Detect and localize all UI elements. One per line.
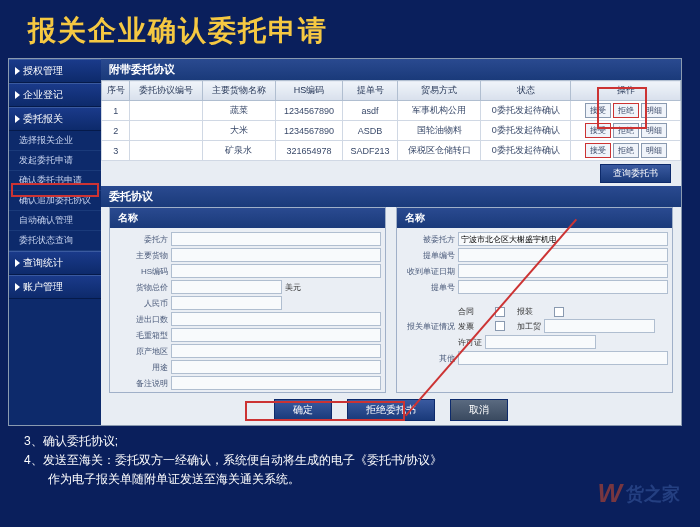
panel-head: 名称 [397, 208, 672, 228]
th: 序号 [102, 81, 130, 101]
input-total[interactable] [171, 280, 282, 294]
sidebar-item[interactable]: 选择报关企业 [9, 131, 101, 151]
sidebar-label: 查询统计 [23, 256, 63, 270]
slide-title: 报关企业确认委托申请 [0, 0, 700, 58]
input-origin[interactable] [171, 344, 381, 358]
input-rmb[interactable] [171, 296, 282, 310]
input-blno[interactable] [458, 280, 668, 294]
footer-line2b: 作为电子报关单随附单证发送至海关通关系统。 [24, 470, 676, 489]
sidebar-item[interactable]: 委托状态查询 [9, 231, 101, 251]
lbl: 收到单证日期 [401, 266, 455, 277]
sidebar-label: 委托报关 [23, 112, 63, 126]
input-hs[interactable] [171, 264, 381, 278]
lbl: 备注说明 [114, 378, 168, 389]
td: 保税区仓储转口 [397, 141, 481, 161]
input-processing[interactable] [544, 319, 655, 333]
app-frame: 授权管理 企业登记 委托报关 选择报关企业 发起委托申请 确认委托书申请 确认追… [8, 58, 682, 426]
lbl: 合同 [458, 306, 492, 317]
chk-pack[interactable] [554, 307, 564, 317]
lbl: 进出口数 [114, 314, 168, 325]
input-license[interactable] [485, 335, 596, 349]
lbl: 毛重箱型 [114, 330, 168, 341]
lbl: 主要货物 [114, 250, 168, 261]
entrustee-panel: 名称 被委托方 提单编号 收到单证日期 提单号 合同 报装 报关单证情况发票 加… [396, 207, 673, 393]
td: 矿泉水 [202, 141, 275, 161]
op-accept[interactable]: 接受 [585, 143, 611, 158]
sidebar-group-reg[interactable]: 企业登记 [9, 83, 101, 107]
content-pane: 附带委托协议 序号 委托协议编号 主要货物名称 HS编码 提单号 贸易方式 状态… [101, 59, 681, 425]
op-accept[interactable]: 接受 [585, 103, 611, 118]
lbl: 货物总价 [114, 282, 168, 293]
input-inout[interactable] [171, 312, 381, 326]
sidebar: 授权管理 企业登记 委托报关 选择报关企业 发起委托申请 确认委托书申请 确认追… [9, 59, 101, 425]
op-reject[interactable]: 拒绝 [613, 143, 639, 158]
footer-line1: 3、确认委托协议; [24, 432, 676, 451]
input-recv-date[interactable] [458, 264, 668, 278]
lbl: 加工贸 [517, 321, 541, 332]
input-bl[interactable] [458, 248, 668, 262]
sidebar-item[interactable]: 发起委托申请 [9, 151, 101, 171]
td: 1234567890 [275, 121, 343, 141]
lbl: 提单编号 [401, 250, 455, 261]
th: 操作 [571, 81, 681, 101]
query-bar: 查询委托书 [101, 161, 681, 186]
td: 国轮油物料 [397, 121, 481, 141]
td: 3 [102, 141, 130, 161]
sidebar-item[interactable]: 自动确认管理 [9, 211, 101, 231]
op-detail[interactable]: 明细 [641, 123, 667, 138]
lbl: 委托方 [114, 234, 168, 245]
section-attach: 附带委托协议 [101, 59, 681, 80]
entrustor-panel: 名称 委托方 主要货物 HS编码 货物总价美元 人民币 进出口数 毛重箱型 原产… [109, 207, 386, 393]
sidebar-group-entrust[interactable]: 委托报关 [9, 107, 101, 131]
input-goods[interactable] [171, 248, 381, 262]
input-other[interactable] [458, 351, 668, 365]
lbl: 其他 [401, 353, 455, 364]
chk-contract[interactable] [495, 307, 505, 317]
watermark-text: 货之家 [626, 482, 680, 506]
td: 2 [102, 121, 130, 141]
footer-text: 3、确认委托协议; 4、发送至海关：委托双方一经确认，系统便自动将生成的电子《委… [0, 426, 700, 490]
input-entrustee[interactable] [458, 232, 668, 246]
lbl: 报装 [517, 306, 551, 317]
td: ASDB [343, 121, 397, 141]
watermark-w: W [597, 478, 622, 509]
op-detail[interactable]: 明细 [641, 103, 667, 118]
chk-invoice[interactable] [495, 321, 505, 331]
td: 0委托发起待确认 [481, 121, 571, 141]
op-detail[interactable]: 明细 [641, 143, 667, 158]
lbl: 发票 [458, 321, 492, 332]
th: HS编码 [275, 81, 343, 101]
th: 委托协议编号 [130, 81, 203, 101]
input-entrustor[interactable] [171, 232, 381, 246]
op-reject[interactable]: 拒绝 [613, 103, 639, 118]
td: 0委托发起待确认 [481, 141, 571, 161]
sidebar-label: 企业登记 [23, 88, 63, 102]
sidebar-item-confirm[interactable]: 确认委托书申请 [9, 171, 101, 191]
reject-button[interactable]: 拒绝委托书 [347, 399, 435, 421]
sidebar-group-query[interactable]: 查询统计 [9, 251, 101, 275]
input-remark[interactable] [171, 376, 381, 390]
sidebar-item[interactable]: 确认追加委托协议 [9, 191, 101, 211]
th: 主要货物名称 [202, 81, 275, 101]
sidebar-group-auth[interactable]: 授权管理 [9, 59, 101, 83]
lbl: 用途 [114, 362, 168, 373]
panel-head: 名称 [110, 208, 385, 228]
input-weight[interactable] [171, 328, 381, 342]
td: 321654978 [275, 141, 343, 161]
bottom-buttons: 确定 拒绝委托书 取消 [101, 393, 681, 425]
op-accept[interactable]: 接受 [585, 123, 611, 138]
th: 状态 [481, 81, 571, 101]
cancel-button[interactable]: 取消 [450, 399, 508, 421]
sidebar-label: 账户管理 [23, 280, 63, 294]
th: 提单号 [343, 81, 397, 101]
query-button[interactable]: 查询委托书 [600, 164, 671, 183]
lbl: HS编码 [114, 266, 168, 277]
op-reject[interactable]: 拒绝 [613, 123, 639, 138]
td: 蔬菜 [202, 101, 275, 121]
sidebar-group-account[interactable]: 账户管理 [9, 275, 101, 299]
lbl: 提单号 [401, 282, 455, 293]
td: SADF213 [343, 141, 397, 161]
td: 1234567890 [275, 101, 343, 121]
ok-button[interactable]: 确定 [274, 399, 332, 421]
input-use[interactable] [171, 360, 381, 374]
